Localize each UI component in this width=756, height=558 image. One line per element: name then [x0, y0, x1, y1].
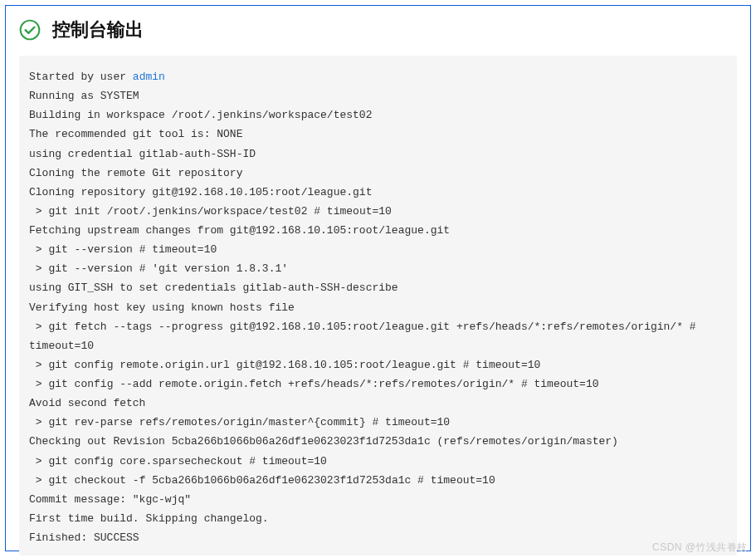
console-line: Building in workspace /root/.jenkins/wor…: [29, 109, 372, 121]
console-log: Started by user admin Running as SYSTEM …: [19, 56, 737, 556]
console-line: Cloning the remote Git repository: [29, 167, 242, 179]
console-line: Cloning repository git@192.168.10.105:ro…: [29, 186, 372, 198]
console-line: > git config remote.origin.url git@192.1…: [29, 359, 540, 371]
success-check-icon: [19, 19, 41, 41]
console-line: > git rev-parse refs/remotes/origin/mast…: [29, 416, 450, 428]
console-line: > git checkout -f 5cba266b1066b06a26df1e…: [29, 474, 495, 487]
page-title: 控制台输出: [52, 17, 144, 42]
console-line: The recommended git tool is: NONE: [29, 128, 242, 140]
console-line: using credential gitlab-auth-SSH-ID: [29, 148, 256, 160]
console-line: using GIT_SSH to set credentials gitlab-…: [29, 281, 398, 294]
console-line: Avoid second fetch: [29, 397, 145, 409]
svg-point-0: [21, 21, 40, 40]
console-line: Verifying host key using known hosts fil…: [29, 301, 295, 314]
console-line: > git fetch --tags --progress git@192.16…: [29, 321, 702, 352]
console-line: > git config --add remote.origin.fetch +…: [29, 378, 599, 390]
console-output-panel: 控制台输出 Started by user admin Running as S…: [5, 5, 751, 551]
panel-header: 控制台输出: [19, 17, 737, 42]
console-line: > git config core.sparsecheckout # timeo…: [29, 455, 327, 467]
console-line: Running as SYSTEM: [29, 90, 139, 102]
console-line: Finished: SUCCESS: [29, 531, 139, 544]
console-line: > git init /root/.jenkins/workspace/test…: [29, 205, 392, 218]
console-line: Commit message: "kgc-wjq": [29, 493, 191, 506]
console-line: > git --version # 'git version 1.8.3.1': [29, 262, 288, 275]
user-link[interactable]: admin: [133, 71, 165, 83]
console-line: > git --version # timeout=10: [29, 243, 217, 256]
console-line: First time build. Skipping changelog.: [29, 512, 269, 525]
console-line: Fetching upstream changes from git@192.1…: [29, 224, 450, 237]
console-line: Started by user admin: [29, 71, 165, 83]
console-line: Checking out Revision 5cba266b1066b06a26…: [29, 435, 618, 448]
